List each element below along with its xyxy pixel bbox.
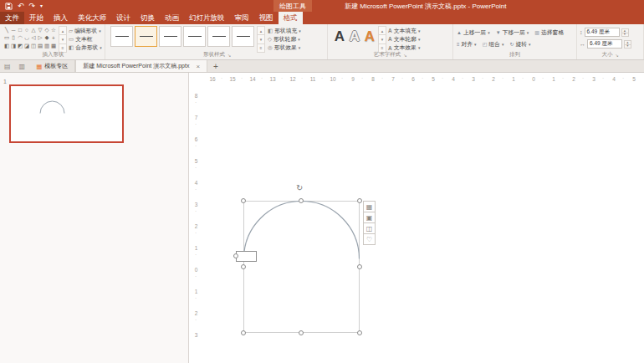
- insert-shapes-tool-button[interactable]: ▭ 文本框: [69, 35, 102, 43]
- arc-shape[interactable]: [243, 201, 360, 260]
- selection-handle-bottom-middle[interactable]: [299, 330, 304, 335]
- arrange-button[interactable]: ▲ 上移一层 ▾: [457, 28, 490, 37]
- shape-gallery-icon[interactable]: ◡: [23, 34, 30, 43]
- shape-gallery-icon[interactable]: ▦: [50, 42, 57, 50]
- quick-toolbar-button[interactable]: ▦: [363, 201, 376, 212]
- shape-gallery-icon[interactable]: ▯: [10, 34, 17, 43]
- tool-label: 编辑形状: [74, 27, 97, 35]
- arrange-button[interactable]: ◰ 组合 ▾: [483, 40, 504, 49]
- ribbon-tab[interactable]: 视图: [254, 12, 279, 24]
- arrange-button-label: 上移一层: [463, 28, 486, 37]
- wordart-gallery-scrollbar: ▴ ▾ ≡: [378, 26, 386, 52]
- ribbon-tab[interactable]: 审阅: [230, 12, 254, 24]
- qat-customize-icon[interactable]: ▾: [40, 3, 43, 8]
- shape-gallery-icon[interactable]: ▥: [43, 42, 50, 50]
- wordart-tool-button[interactable]: A 文本填充 ▾: [388, 27, 420, 34]
- dialog-launcher-icon[interactable]: ↘: [227, 53, 231, 58]
- shape-styles-tool-button[interactable]: ◧ 形状填充 ▾: [268, 27, 301, 34]
- folder-icon[interactable]: ▥: [15, 60, 30, 72]
- panel-icon[interactable]: ▤: [0, 60, 15, 72]
- height-input[interactable]: 6.49 厘米: [585, 28, 620, 37]
- group-shape-styles: ▴ ▾ ≡ ◧ 形状填充 ▾ ◇ 形状轮廓 ▾ ◎: [107, 24, 328, 59]
- wordart-sample-3[interactable]: A: [363, 26, 376, 52]
- shape-gallery-icon[interactable]: ◫: [30, 42, 37, 50]
- shape-gallery-icon[interactable]: ▤: [37, 42, 43, 50]
- spin-down-icon[interactable]: ▾: [624, 44, 631, 49]
- shape-styles-tool-button[interactable]: ◇ 形状轮廓 ▾: [268, 35, 301, 43]
- insert-shapes-tool-button[interactable]: ▱ 编辑形状 ▾: [69, 27, 102, 34]
- shape-gallery-icon[interactable]: +: [50, 34, 57, 43]
- selection-handle-top-left[interactable]: [241, 198, 246, 203]
- shape-gallery-icon[interactable]: ◨: [10, 42, 17, 50]
- adjustment-handle[interactable]: [233, 253, 238, 258]
- shape-gallery-icon[interactable]: ─: [10, 26, 17, 34]
- shape-gallery-icon[interactable]: □: [17, 26, 23, 34]
- selection-handle-middle-left[interactable]: [241, 264, 246, 269]
- selection-handle-bottom-left[interactable]: [241, 330, 246, 335]
- shape-gallery-icon[interactable]: △: [30, 26, 37, 34]
- ribbon-tab[interactable]: 插入: [49, 12, 73, 24]
- new-tab-button[interactable]: +: [207, 60, 224, 72]
- height-spinner: ▴ ▾: [621, 28, 629, 36]
- dialog-launcher-icon[interactable]: ↘: [403, 53, 406, 58]
- quick-toolbar-button[interactable]: ♡: [363, 233, 376, 245]
- arrange-button[interactable]: ▼ 下移一层 ▾: [496, 28, 529, 37]
- width-input[interactable]: 6.49 厘米: [587, 39, 622, 49]
- shape-gallery-icon[interactable]: ○: [23, 26, 30, 34]
- selection-handle-bottom-right[interactable]: [357, 330, 362, 335]
- wordart-sample-1[interactable]: A: [333, 26, 346, 52]
- shape-gallery-icon[interactable]: ◇: [43, 26, 50, 34]
- rotate-handle-icon[interactable]: ↻: [296, 184, 303, 192]
- shape-style-thumbnail[interactable]: [232, 26, 254, 47]
- shape-gallery-icon[interactable]: ◪: [23, 42, 30, 50]
- arrange-button[interactable]: ↻ 旋转 ▾: [509, 40, 530, 49]
- shape-style-thumbnail[interactable]: [110, 26, 133, 47]
- shape-style-thumbnail[interactable]: [207, 26, 230, 47]
- ribbon-tab[interactable]: 幻灯片放映: [184, 12, 230, 24]
- shape-style-thumbnail[interactable]: [135, 26, 157, 47]
- shape-style-thumbnail[interactable]: [159, 26, 181, 47]
- chevron-down-icon: ▾: [529, 42, 531, 47]
- wordart-tool-button[interactable]: A 文本轮廓 ▾: [388, 35, 420, 43]
- arrange-button[interactable]: ≡ 对齐 ▾: [457, 40, 477, 49]
- tab-current-presentation[interactable]: 新建 Microsoft PowerPoint 演示文稿.pptx ×: [75, 60, 207, 72]
- shape-gallery-icon[interactable]: ◧: [3, 42, 10, 50]
- selection-handle-top-middle[interactable]: [299, 198, 304, 203]
- arrange-button-icon: ≡: [457, 42, 460, 47]
- tab-template-zone[interactable]: ▦ 模板专区: [29, 60, 75, 72]
- small-rectangle-shape[interactable]: [236, 251, 257, 262]
- close-tab-icon[interactable]: ×: [192, 63, 200, 70]
- quick-toolbar-button[interactable]: ◫: [363, 222, 376, 234]
- ribbon-tab[interactable]: 切换: [135, 12, 160, 24]
- redo-icon[interactable]: ↷: [29, 3, 36, 10]
- ribbon-tab[interactable]: 格式: [279, 12, 303, 24]
- vertical-ruler: 876543210123: [191, 84, 202, 363]
- dialog-launcher-icon[interactable]: ↘: [615, 53, 618, 58]
- shape-gallery-icon[interactable]: ▽: [37, 26, 43, 34]
- shape-gallery-icon[interactable]: ◆: [43, 34, 50, 43]
- shape-gallery-icon[interactable]: ◠: [17, 34, 23, 43]
- undo-icon[interactable]: ↶: [18, 3, 24, 10]
- selection-handle-middle-right[interactable]: [357, 264, 362, 269]
- wordart-sample-2[interactable]: A: [348, 26, 361, 52]
- shape-gallery-icon[interactable]: ◩: [17, 42, 23, 50]
- group-label-insert-shapes: 插入形状: [43, 51, 64, 59]
- quick-toolbar-button[interactable]: ▣: [363, 212, 376, 223]
- style-line-sample: [237, 36, 250, 37]
- ribbon-tab[interactable]: 动画: [160, 12, 184, 24]
- shape-gallery-icon[interactable]: ╲: [3, 26, 10, 34]
- ribbon-tab[interactable]: 开始: [24, 12, 49, 24]
- shape-gallery-icon[interactable]: ▷: [37, 34, 43, 43]
- arrange-button[interactable]: ▥ 选择窗格: [534, 28, 565, 37]
- save-icon[interactable]: [5, 3, 13, 10]
- ribbon-tab[interactable]: 美化大师: [73, 12, 111, 24]
- selection-handle-top-right[interactable]: [357, 198, 362, 203]
- shape-gallery-icon[interactable]: ▭: [3, 34, 10, 43]
- shape-gallery-icon[interactable]: ◁: [30, 34, 37, 43]
- shape-style-thumbnail[interactable]: [183, 26, 206, 47]
- slide-1-thumbnail[interactable]: [9, 84, 124, 143]
- spin-down-icon[interactable]: ▾: [621, 33, 629, 38]
- ribbon-tab[interactable]: 文件: [0, 12, 24, 24]
- shape-gallery-icon[interactable]: ☆: [50, 26, 57, 34]
- ribbon-tab[interactable]: 设计: [111, 12, 135, 24]
